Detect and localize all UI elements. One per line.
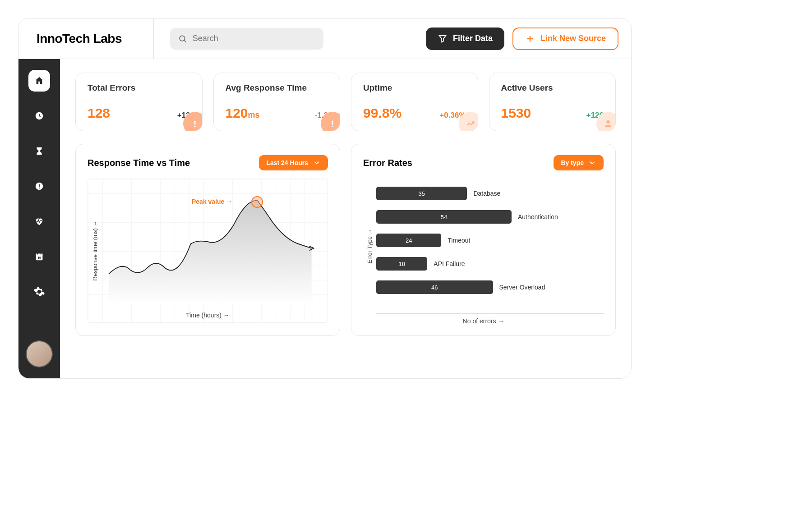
line-chart: Response time (ms) → Time (hours) → Peak… [88, 179, 328, 323]
calendar-icon: 10 [34, 252, 44, 262]
bar-row: 24Timeout [376, 234, 604, 247]
search-icon [178, 34, 187, 44]
bar-label: Database [473, 190, 500, 197]
main-content: Total Errors 128 +13 Avg Response Time 1… [60, 59, 631, 378]
alert-circle-icon [34, 181, 44, 191]
svg-point-7 [39, 188, 40, 188]
bar-label: Timeout [448, 237, 470, 244]
svg-point-15 [194, 126, 195, 127]
filter-label: Filter Data [453, 34, 493, 43]
body: 10 Total Errors 128 +13 Avg Respon [18, 59, 631, 378]
svg-text:10: 10 [37, 256, 41, 259]
sidebar: 10 [18, 59, 60, 378]
bar-chart: Error Type → 35Database54Authentication2… [376, 179, 604, 314]
stat-value: 1530 [501, 106, 531, 121]
sidebar-item-settings[interactable] [28, 281, 50, 303]
stat-value: 120 [226, 106, 248, 120]
chevron-down-icon [588, 159, 596, 167]
plus-icon [525, 34, 535, 44]
clock-icon [34, 111, 44, 121]
stat-title: Active Users [501, 83, 604, 93]
heart-pulse-icon [34, 216, 44, 226]
brand-title: InnoTech Labs [37, 32, 122, 46]
sidebar-item-home[interactable] [28, 70, 50, 92]
app-window: InnoTech Labs Filter Data Link New Sourc… [18, 18, 632, 379]
home-icon [34, 76, 44, 86]
search-input[interactable] [193, 34, 315, 43]
svg-line-1 [185, 40, 186, 42]
bar: 24 [376, 234, 441, 247]
bar: 35 [376, 187, 467, 200]
svg-rect-16 [332, 121, 333, 125]
bar: 46 [376, 280, 493, 294]
stats-row: Total Errors 128 +13 Avg Response Time 1… [75, 73, 616, 131]
x-axis-label: No of errors → [363, 317, 604, 325]
filter-data-button[interactable]: Filter Data [426, 28, 504, 50]
stat-uptime: Uptime 99.8% +0.36% [351, 73, 478, 131]
peak-marker [251, 196, 263, 208]
bar-row: 46Server Overload [376, 280, 604, 294]
funnel-icon [438, 34, 448, 44]
stat-title: Avg Response Time [226, 83, 328, 93]
svg-rect-14 [194, 121, 195, 125]
bar-row: 35Database [376, 187, 604, 200]
chart-title: Response Time vs Time [88, 158, 190, 168]
bar: 54 [376, 210, 512, 224]
response-time-card: Response Time vs Time Last 24 Hours Resp… [75, 144, 340, 336]
bar-label: Server Overload [499, 284, 545, 291]
link-new-source-button[interactable]: Link New Source [512, 28, 618, 50]
error-rates-card: Error Rates By type Error Type → 35Datab… [351, 144, 616, 336]
svg-point-18 [606, 120, 609, 124]
bar-label: API Failure [434, 260, 465, 267]
sidebar-item-clock[interactable] [28, 105, 50, 127]
error-type-selector[interactable]: By type [554, 155, 604, 170]
svg-point-17 [332, 126, 333, 127]
x-axis-label: Time (hours) → [186, 312, 230, 319]
bar-row: 54Authentication [376, 210, 604, 224]
stat-total-errors: Total Errors 128 +13 [75, 73, 203, 131]
y-axis-label: Error Type → [366, 229, 373, 263]
svg-point-0 [180, 36, 185, 41]
stat-unit: ms [248, 110, 260, 119]
gear-icon [33, 286, 45, 298]
header: InnoTech Labs Filter Data Link New Sourc… [18, 18, 631, 59]
stat-value: 128 [88, 106, 110, 120]
stat-value: 99.8% [363, 106, 401, 121]
bar: 18 [376, 257, 427, 271]
selector-label: Last 24 Hours [266, 159, 308, 166]
stat-title: Total Errors [88, 83, 190, 93]
sidebar-item-calendar[interactable]: 10 [28, 246, 50, 267]
avatar[interactable] [26, 340, 53, 367]
sidebar-item-alert[interactable] [28, 175, 50, 197]
search-box[interactable] [170, 28, 323, 50]
stat-avg-response: Avg Response Time 120ms -1.2 [213, 73, 341, 131]
charts-row: Response Time vs Time Last 24 Hours Resp… [75, 144, 616, 336]
link-label: Link New Source [540, 34, 606, 43]
svg-rect-10 [36, 254, 43, 256]
peak-annotation: Peak value → [192, 198, 232, 205]
chart-title: Error Rates [363, 158, 412, 168]
y-axis-label: Response time (ms) → [92, 221, 98, 281]
stat-title: Uptime [363, 83, 466, 93]
sidebar-item-hourglass[interactable] [28, 140, 50, 162]
selector-label: By type [561, 159, 584, 166]
bar-label: Authentication [518, 213, 558, 220]
chevron-down-icon [313, 159, 321, 167]
stat-active-users: Active Users 1530 +126 [489, 73, 616, 131]
hourglass-icon [34, 146, 44, 156]
brand-box: InnoTech Labs [18, 18, 154, 59]
time-range-selector[interactable]: Last 24 Hours [259, 155, 328, 170]
bar-row: 18API Failure [376, 257, 604, 271]
sidebar-item-heart[interactable] [28, 211, 50, 232]
